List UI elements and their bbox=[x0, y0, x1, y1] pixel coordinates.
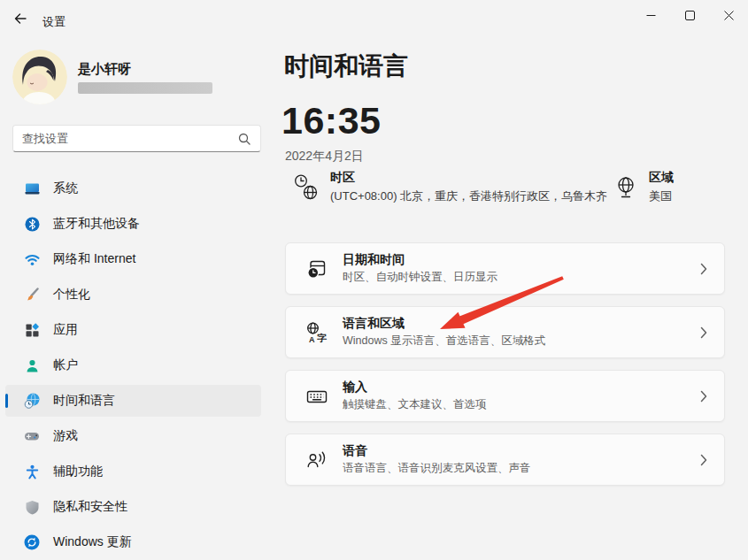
card-title: 日期和时间 bbox=[343, 252, 497, 268]
sidebar-item-accessibility[interactable]: 辅助功能 bbox=[5, 456, 261, 487]
maximize-icon bbox=[685, 11, 695, 20]
clock-date: 2022年4月2日 bbox=[285, 149, 364, 165]
close-button[interactable] bbox=[709, 0, 748, 30]
sidebar-item-label: 帐户 bbox=[53, 357, 78, 373]
search-input[interactable] bbox=[13, 132, 238, 145]
sidebar-item-privacy-security[interactable]: 隐私和安全性 bbox=[5, 491, 261, 523]
card-subtitle: 语音语言、语音识别麦克风设置、声音 bbox=[343, 461, 531, 476]
gaming-icon bbox=[24, 428, 40, 444]
region-summary: 区域 美国 bbox=[613, 170, 674, 204]
settings-card-speech[interactable]: 语音 语音语言、语音识别麦克风设置、声音 bbox=[285, 433, 725, 486]
selected-indicator bbox=[5, 394, 8, 408]
time-language-icon bbox=[24, 393, 40, 409]
date-time-icon bbox=[305, 257, 329, 280]
sidebar-item-network-internet[interactable]: 网络和 Internet bbox=[5, 243, 261, 275]
sidebar-item-label: 个性化 bbox=[53, 287, 90, 303]
sidebar: 系统 蓝牙和其他设备 网络和 Internet 个性化 bbox=[5, 173, 261, 560]
minimize-button[interactable] bbox=[631, 0, 670, 30]
timezone-label: 时区 bbox=[330, 170, 607, 186]
sidebar-item-label: 时间和语言 bbox=[53, 393, 115, 409]
speech-icon bbox=[305, 449, 329, 472]
apps-icon bbox=[24, 322, 40, 338]
timezone-icon bbox=[293, 173, 320, 202]
settings-card-date-time[interactable]: 日期和时间 时区、自动时钟设置、日历显示 bbox=[285, 242, 725, 295]
search-icon[interactable] bbox=[238, 133, 251, 145]
sidebar-item-windows-update[interactable]: Windows 更新 bbox=[5, 526, 261, 558]
settings-card-language-region[interactable]: 字 A 语言和区域 Windows 显示语言、首选语言、区域格式 bbox=[285, 306, 725, 358]
back-arrow-icon bbox=[13, 12, 27, 26]
timezone-value: (UTC+08:00) 北京，重庆，香港特别行政区，乌鲁木齐 bbox=[330, 188, 607, 204]
sidebar-item-label: 隐私和安全性 bbox=[53, 499, 127, 515]
timezone-summary: 时区 (UTC+08:00) 北京，重庆，香港特别行政区，乌鲁木齐 bbox=[293, 170, 607, 204]
region-label: 区域 bbox=[649, 170, 674, 186]
sidebar-item-label: 系统 bbox=[53, 180, 78, 196]
network-icon bbox=[24, 251, 40, 267]
card-subtitle: Windows 显示语言、首选语言、区域格式 bbox=[343, 334, 545, 349]
sidebar-item-gaming[interactable]: 游戏 bbox=[5, 420, 261, 452]
settings-window: 设置 是小轩呀 bbox=[0, 0, 748, 560]
sidebar-item-bluetooth-devices[interactable]: 蓝牙和其他设备 bbox=[5, 208, 261, 240]
sidebar-item-accounts[interactable]: 帐户 bbox=[5, 349, 261, 381]
settings-card-typing[interactable]: 输入 触摸键盘、文本建议、首选项 bbox=[285, 370, 725, 422]
card-title: 输入 bbox=[343, 380, 487, 395]
sidebar-item-label: 蓝牙和其他设备 bbox=[53, 216, 140, 232]
chevron-right-icon bbox=[700, 390, 707, 403]
card-title: 语言和区域 bbox=[343, 316, 545, 332]
close-icon bbox=[724, 11, 734, 20]
accounts-icon bbox=[24, 357, 40, 373]
sidebar-item-apps[interactable]: 应用 bbox=[5, 314, 261, 346]
sidebar-item-label: 辅助功能 bbox=[53, 464, 103, 479]
region-icon bbox=[613, 173, 638, 202]
minimize-icon bbox=[646, 11, 656, 20]
language-region-icon: 字 A bbox=[305, 321, 329, 344]
profile-name: 是小轩呀 bbox=[78, 61, 131, 78]
profile-detail-redacted bbox=[78, 82, 212, 94]
sidebar-item-label: 应用 bbox=[53, 322, 78, 338]
card-title: 语音 bbox=[343, 443, 531, 459]
card-subtitle: 时区、自动时钟设置、日历显示 bbox=[343, 270, 497, 285]
avatar bbox=[12, 50, 67, 104]
page-title: 时间和语言 bbox=[284, 50, 408, 83]
card-subtitle: 触摸键盘、文本建议、首选项 bbox=[343, 397, 487, 412]
sidebar-item-label: 游戏 bbox=[53, 428, 78, 444]
accessibility-icon bbox=[24, 464, 40, 479]
svg-text:A: A bbox=[309, 334, 315, 343]
chevron-right-icon bbox=[700, 454, 707, 466]
app-title: 设置 bbox=[42, 14, 66, 30]
search-box bbox=[12, 125, 261, 152]
chevron-right-icon bbox=[700, 263, 707, 275]
sidebar-item-label: Windows 更新 bbox=[53, 534, 132, 550]
window-controls bbox=[631, 0, 748, 30]
region-value: 美国 bbox=[649, 188, 674, 204]
personalization-icon bbox=[24, 287, 40, 303]
svg-text:字: 字 bbox=[317, 332, 327, 342]
system-icon bbox=[24, 180, 40, 196]
sidebar-item-time-language[interactable]: 时间和语言 bbox=[5, 385, 261, 417]
maximize-button[interactable] bbox=[670, 0, 709, 30]
clock-time: 16:35 bbox=[281, 99, 381, 142]
sidebar-item-system[interactable]: 系统 bbox=[5, 173, 261, 204]
sidebar-item-label: 网络和 Internet bbox=[53, 251, 135, 267]
settings-card-list: 日期和时间 时区、自动时钟设置、日历显示 字 A 语言和区域 Windows 显… bbox=[285, 242, 725, 497]
windows-update-icon bbox=[24, 534, 40, 550]
input-icon bbox=[305, 385, 329, 408]
privacy-icon bbox=[24, 499, 40, 515]
chevron-right-icon bbox=[700, 326, 707, 339]
sidebar-item-personalization[interactable]: 个性化 bbox=[5, 279, 261, 311]
bluetooth-icon bbox=[24, 216, 40, 232]
back-button[interactable] bbox=[7, 5, 34, 32]
